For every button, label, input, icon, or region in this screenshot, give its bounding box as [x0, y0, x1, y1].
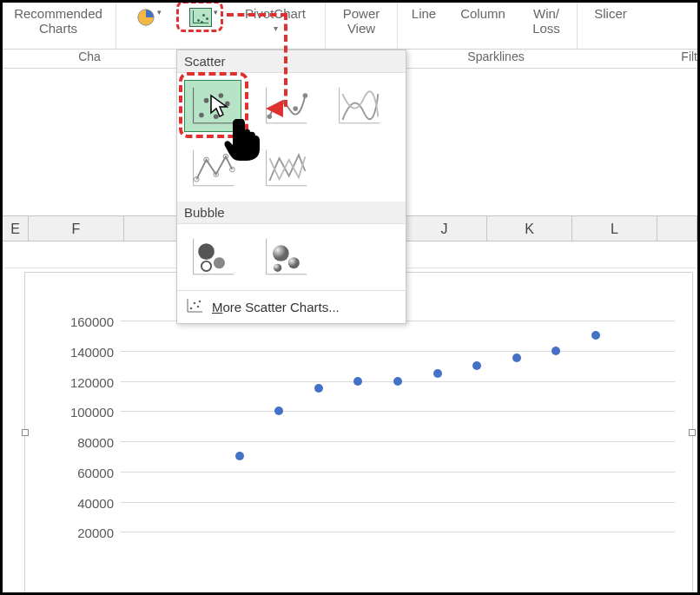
resize-handle[interactable] — [22, 429, 29, 436]
plot-area: 2000040000600008000010000012000014000016… — [121, 321, 675, 562]
svg-point-28 — [198, 243, 215, 260]
slicer-button[interactable]: Slicer — [579, 3, 642, 49]
data-point[interactable] — [274, 407, 283, 415]
col-header[interactable]: K — [487, 216, 572, 241]
bubble-2d-option[interactable] — [184, 231, 241, 283]
data-point[interactable] — [433, 369, 442, 378]
scatter-straight-lines-option[interactable] — [257, 142, 314, 195]
separator — [577, 3, 578, 49]
svg-point-34 — [288, 257, 300, 268]
pie-chart-button[interactable]: ▾ — [118, 3, 179, 49]
y-axis-tick-label: 20000 — [53, 526, 114, 540]
separator — [116, 3, 116, 49]
resize-handle[interactable] — [689, 429, 696, 436]
data-point[interactable] — [353, 377, 362, 386]
svg-point-38 — [190, 307, 193, 310]
chart-gridline: 80000 — [121, 441, 675, 442]
sparklines-group-label: Sparklines — [409, 50, 583, 68]
sparkline-column-button[interactable]: Column — [448, 3, 518, 49]
y-axis-tick-label: 40000 — [53, 495, 114, 510]
y-axis-tick-label: 100000 — [53, 405, 114, 420]
y-axis-tick-label: 80000 — [53, 435, 114, 450]
annotation-arrow-head — [266, 100, 283, 117]
data-point[interactable] — [393, 377, 402, 386]
svg-point-35 — [274, 264, 281, 272]
svg-point-7 — [214, 115, 219, 120]
data-point[interactable] — [512, 354, 521, 362]
recommended-charts-label: Recommended Charts — [14, 6, 102, 36]
annotation-arrow — [284, 13, 287, 107]
col-header[interactable]: L — [572, 216, 657, 241]
y-axis-tick-label: 60000 — [53, 465, 114, 479]
sparkline-winloss-button[interactable]: Win/ Loss — [518, 3, 575, 49]
scatter-straight-lines-markers-option[interactable] — [184, 142, 241, 195]
svg-point-39 — [194, 302, 196, 305]
svg-point-14 — [303, 93, 308, 98]
svg-point-13 — [293, 106, 298, 111]
chart-gridline: 60000 — [121, 472, 675, 473]
power-view-label: Power View — [343, 6, 380, 36]
recommended-charts-button[interactable]: Recommended Charts — [3, 3, 114, 49]
sparkline-column-label: Column — [460, 6, 505, 21]
bubble-3d-option[interactable] — [257, 231, 314, 283]
scatter-mini-icon — [189, 8, 212, 27]
dropdown-caret-icon: ▾ — [274, 21, 278, 36]
svg-point-8 — [225, 102, 230, 107]
scatter-chart-ribbon-button[interactable]: ▾ — [179, 3, 228, 49]
chart-gridline: 40000 — [121, 502, 675, 503]
sparkline-line-button[interactable]: Line — [400, 3, 448, 49]
dropdown-caret-icon: ▾ — [157, 8, 162, 17]
svg-point-30 — [201, 261, 211, 271]
scatter-markers-only-option[interactable] — [184, 80, 241, 132]
chart-gridline: 20000 — [121, 532, 675, 532]
svg-point-29 — [214, 257, 225, 268]
col-header[interactable]: E — [3, 216, 29, 241]
separator — [325, 3, 326, 49]
pivotchart-button[interactable]: PivotChart ▾ — [228, 3, 323, 49]
filters-group-label: Filt — [583, 50, 697, 68]
svg-point-4 — [204, 98, 209, 103]
chart-gridline: 100000 — [121, 411, 675, 412]
svg-point-3 — [199, 113, 204, 118]
svg-point-33 — [273, 245, 289, 261]
separator — [397, 3, 398, 49]
data-point[interactable] — [551, 347, 560, 355]
sparkline-line-label: Line — [412, 6, 436, 21]
data-point[interactable] — [235, 452, 244, 460]
data-point[interactable] — [591, 331, 600, 340]
svg-point-5 — [210, 106, 215, 111]
slicer-label: Slicer — [594, 6, 627, 21]
sparkline-winloss-label: Win/ Loss — [532, 6, 560, 36]
charts-group-label: Cha — [3, 50, 176, 68]
more-scatter-charts-link[interactable]: More Scatter Charts... — [177, 290, 406, 323]
bubble-section-title: Bubble — [177, 202, 406, 224]
dropdown-caret-icon: ▾ — [214, 8, 218, 17]
y-axis-tick-label: 140000 — [53, 344, 114, 359]
col-header[interactable]: J — [402, 216, 487, 241]
more-scatter-label: More Scatter Charts... — [212, 300, 340, 314]
y-axis-tick-label: 120000 — [53, 374, 114, 389]
chart-gridline: 140000 — [121, 351, 675, 352]
data-point[interactable] — [314, 384, 323, 393]
svg-point-41 — [199, 301, 201, 303]
scatter-small-icon — [186, 298, 203, 316]
annotation-arrow — [227, 13, 287, 17]
col-header[interactable]: F — [29, 216, 124, 241]
y-axis-tick-label: 160000 — [53, 314, 114, 329]
scatter-smooth-lines-option[interactable] — [330, 80, 387, 132]
power-view-button[interactable]: Power View — [327, 3, 395, 49]
svg-point-6 — [219, 93, 224, 98]
ribbon: Recommended Charts ▾ ▾ PivotChart ▾ Powe… — [3, 3, 697, 50]
data-point[interactable] — [472, 361, 481, 370]
scatter-chart-dropdown: Scatter Bubble — [176, 50, 406, 324]
svg-point-40 — [197, 306, 200, 308]
scatter-section-title: Scatter — [177, 50, 406, 73]
col-header[interactable] — [657, 216, 697, 241]
pie-icon — [136, 8, 155, 27]
